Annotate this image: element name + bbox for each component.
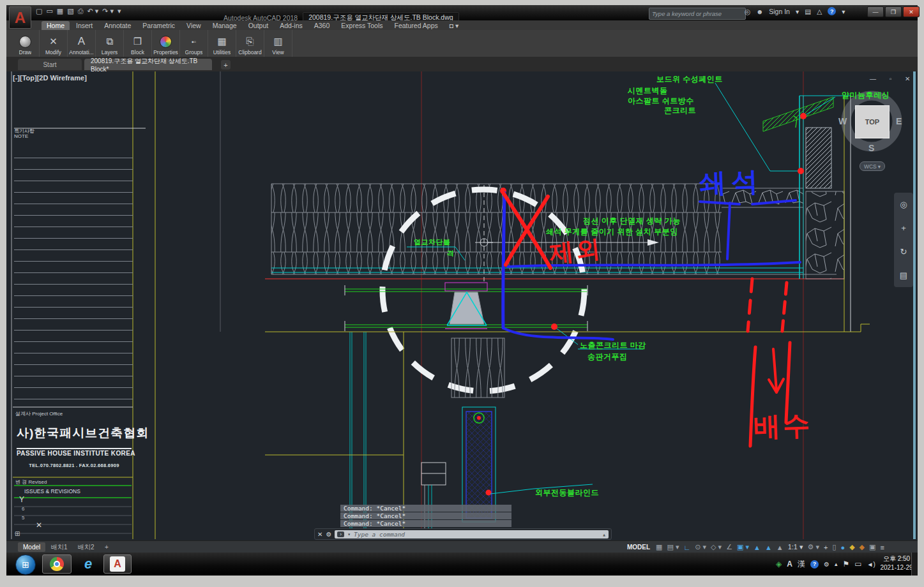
ortho-icon[interactable]: ∟ [684,544,691,551]
autoscale-icon[interactable]: ▲ [765,544,772,551]
save-icon[interactable]: ▦ [57,7,63,15]
sign-in-button[interactable]: Sign In [769,8,790,15]
panel-annotation[interactable]: A Annotati... [68,30,96,57]
sign-in-dropdown-icon[interactable]: ▾ [796,8,799,15]
pan-icon[interactable]: + [901,223,906,233]
panel-groups[interactable]: ▪▫ Groups [180,30,208,57]
snap-icon[interactable]: ▤ ▾ [667,543,679,551]
tab-view[interactable]: View [181,21,206,30]
alert-icon[interactable]: △ [817,8,822,15]
security-shield-icon[interactable]: ◈ [776,560,782,568]
show-desktop-button[interactable] [911,553,918,576]
minimize-button[interactable]: — [867,6,884,17]
workspace-icon[interactable]: ⚙ ▾ [808,543,819,551]
taskbar-ie-button[interactable]: e [75,554,101,574]
open-icon[interactable]: ▭ [46,7,52,15]
drawing-window-controls[interactable]: — ▫ ✕ [870,75,916,82]
panel-draw[interactable]: Draw [11,30,40,57]
help-search-input[interactable]: Type a keyword or phrase [649,8,746,20]
viewcube-east[interactable]: E [896,116,902,126]
command-expand-icon[interactable]: ▴ [602,531,606,538]
user-icon[interactable]: ☻ [756,8,763,15]
hardware-accel-icon[interactable]: ● [840,544,845,551]
panel-utilities[interactable]: ▦ Utilities [208,30,236,57]
restore-button[interactable]: ❐ [885,6,902,17]
panel-view[interactable]: ▥ View [264,30,292,57]
new-drawing-tab-button[interactable]: + [221,60,231,70]
tab-manage[interactable]: Manage [208,21,242,30]
quick-properties-icon[interactable]: ▯ [832,543,836,551]
file-tab-start[interactable]: Start [18,59,82,70]
viewcube-top-face[interactable]: TOP [855,105,890,138]
panel-clipboard[interactable]: ⎘ Clipboard [236,30,264,57]
tab-home[interactable]: Home [42,21,70,30]
tab-annotate[interactable]: Annotate [99,21,136,30]
osnap-angle-icon[interactable]: ∠ [726,543,732,551]
object-snap-icon[interactable]: ▣ ▾ [737,543,749,551]
layout-tab-1[interactable]: 배치1 [46,542,73,552]
viewcube-west[interactable]: W [838,116,847,126]
viewcube-south[interactable]: S [868,143,874,153]
taskbar-chrome-button[interactable] [42,554,72,574]
clean-screen-icon[interactable]: ▣ [869,543,875,551]
start-button[interactable]: ⊞ [15,554,36,575]
redo-icon[interactable]: ↷ ▾ [102,7,114,15]
taskbar-autocad-button[interactable]: A [103,554,132,574]
tab-addins[interactable]: Add-ins [275,21,308,30]
tab-insert[interactable]: Insert [71,21,98,30]
grid-icon[interactable]: ▦ [656,543,662,551]
annotation-people-icon[interactable]: ▲ [776,544,784,551]
tab-parametric[interactable]: Parametric [137,21,180,30]
help-dropdown-icon[interactable]: ▾ [842,8,845,15]
tab-featured-apps[interactable]: Featured Apps [389,21,443,30]
orbit-icon[interactable]: ↻ [900,247,907,256]
crosshair-icon[interactable]: + [824,544,828,551]
command-close-icon[interactable]: ✕ [317,531,322,538]
model-space-indicator[interactable]: MODEL [627,544,650,551]
tray-expand-icon[interactable]: ▴ [835,561,838,567]
tab-output[interactable]: Output [243,21,274,30]
qat-customize-icon[interactable]: ▾ [117,7,121,15]
command-tools-icon[interactable]: ⚙ [326,531,331,538]
settings-gear-icon[interactable]: ⚙ [824,561,829,568]
panel-layers[interactable]: ⧉ Layers [96,30,124,57]
annotation-scale-control[interactable]: 1:1 ▾ [788,543,803,551]
annotation-visibility-icon[interactable]: ▲ [754,544,761,551]
ribbon-display-toggle-icon[interactable]: ◘ ▾ [444,21,464,30]
tab-a360[interactable]: A360 [309,21,335,30]
help-balloon-icon[interactable]: ? [810,560,819,568]
close-button[interactable]: ✕ [903,6,920,17]
ime-latin-icon[interactable]: A [787,560,792,568]
layout-tab-model[interactable]: Model [18,542,45,552]
action-center-flag-icon[interactable]: ⚑ [842,560,849,568]
search-icon[interactable]: ◎ [745,8,750,15]
app-store-icon[interactable]: ▤ [805,8,811,15]
layout-tab-2[interactable]: 배치2 [73,542,100,552]
tab-express-tools[interactable]: Express Tools [336,21,388,30]
navigation-wheel-icon[interactable]: ◎ [900,200,907,209]
model-space-canvas[interactable]: [-][Top][2D Wireframe] — ▫ ✕ 특기사항 NOTE 설… [6,71,918,540]
new-icon[interactable]: ▢ [36,7,42,15]
wcs-menu[interactable]: WCS▾ [860,161,885,171]
help-icon[interactable]: ? [828,7,836,15]
plot-icon[interactable]: ⎙ [78,7,84,15]
customization-menu-icon[interactable]: ≡ [880,544,884,551]
command-input[interactable]: › ▾ Type a command ▴ [335,530,609,539]
showmotion-icon[interactable]: ▤ [900,271,907,280]
undo-icon[interactable]: ↶ ▾ [87,7,98,15]
command-dropdown-icon[interactable]: ▾ [347,531,351,537]
display-icon[interactable]: ▭ [854,560,861,568]
panel-modify[interactable]: ✕ Modify [40,30,68,57]
layout-tab-add[interactable]: + [100,542,114,552]
ime-hanja-icon[interactable]: 漢 [798,559,805,570]
viewport-controls[interactable]: [-][Top][2D Wireframe] [13,74,87,82]
autocad-logo-icon[interactable]: A [9,6,31,29]
panel-block[interactable]: ❒ Block [124,30,152,57]
polar-tracking-icon[interactable]: ⊙ ▾ [695,543,706,551]
tray-alert-icon[interactable]: ◆ [860,543,865,551]
file-tab-drawing[interactable]: 200819.구조용 열교차단재 상세도.TB Block* [84,59,212,70]
command-recent-icon[interactable]: › [337,531,344,537]
panel-properties[interactable]: Properties [152,30,180,57]
isometric-icon[interactable]: ◇ ▾ [711,543,722,551]
tray-warning-icon[interactable]: ◆ [849,543,854,551]
